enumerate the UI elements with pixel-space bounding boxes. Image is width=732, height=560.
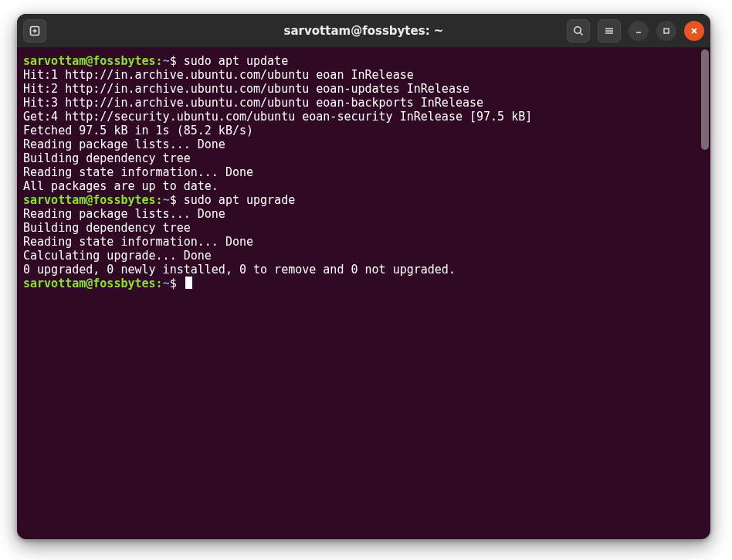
output-line: Reading package lists... Done (23, 207, 225, 221)
minimize-icon (634, 26, 643, 36)
prompt-user-host: sarvottam@fossbytes (23, 54, 156, 68)
prompt-path: ~ (163, 193, 170, 207)
output-line: Hit:1 http://in.archive.ubuntu.com/ubunt… (23, 68, 414, 82)
new-tab-icon (29, 25, 41, 37)
terminal-window: sarvottam@fossbytes: ~ (17, 14, 710, 539)
prompt-colon: : (156, 54, 163, 68)
menu-button[interactable] (598, 19, 621, 42)
terminal-body[interactable]: sarvottam@fossbytes:~$ sudo apt update H… (17, 48, 710, 539)
scrollbar-thumb[interactable] (701, 49, 709, 150)
prompt-path: ~ (163, 277, 170, 290)
command-text: sudo apt upgrade (184, 193, 296, 207)
titlebar: sarvottam@fossbytes: ~ (17, 14, 710, 48)
prompt-user-host: sarvottam@fossbytes (23, 277, 156, 290)
prompt-dollar: $ (170, 277, 177, 290)
prompt-colon: : (156, 193, 163, 207)
prompt-path: ~ (163, 54, 170, 68)
prompt-dollar: $ (170, 193, 177, 207)
minimize-button[interactable] (629, 21, 649, 41)
hamburger-icon (603, 25, 615, 37)
output-line: Hit:2 http://in.archive.ubuntu.com/ubunt… (23, 82, 469, 96)
output-line: Calculating upgrade... Done (23, 249, 212, 263)
output-line: Reading package lists... Done (23, 137, 225, 151)
output-line: Get:4 http://security.ubuntu.com/ubuntu … (23, 110, 532, 124)
svg-rect-9 (664, 29, 669, 33)
cursor (185, 277, 192, 289)
output-line: Building dependency tree (23, 221, 191, 235)
output-line: Fetched 97.5 kB in 1s (85.2 kB/s) (23, 124, 253, 137)
prompt-dollar: $ (170, 54, 177, 68)
prompt-colon: : (156, 277, 163, 290)
output-line: Reading state information... Done (23, 235, 253, 249)
output-line: Reading state information... Done (23, 165, 253, 179)
svg-point-3 (574, 26, 581, 32)
maximize-icon (662, 26, 671, 36)
search-icon (572, 25, 585, 37)
svg-line-4 (580, 32, 582, 35)
command-text: sudo apt update (184, 54, 288, 68)
maximize-button[interactable] (656, 21, 676, 41)
output-line: Hit:3 http://in.archive.ubuntu.com/ubunt… (23, 96, 483, 110)
output-line: Building dependency tree (23, 151, 191, 165)
search-button[interactable] (567, 19, 590, 42)
output-line: All packages are up to date. (23, 179, 219, 193)
output-line: 0 upgraded, 0 newly installed, 0 to remo… (23, 263, 456, 277)
prompt-user-host: sarvottam@fossbytes (23, 193, 156, 207)
close-button[interactable] (684, 21, 704, 41)
close-icon (690, 26, 699, 36)
new-tab-button[interactable] (23, 19, 46, 42)
